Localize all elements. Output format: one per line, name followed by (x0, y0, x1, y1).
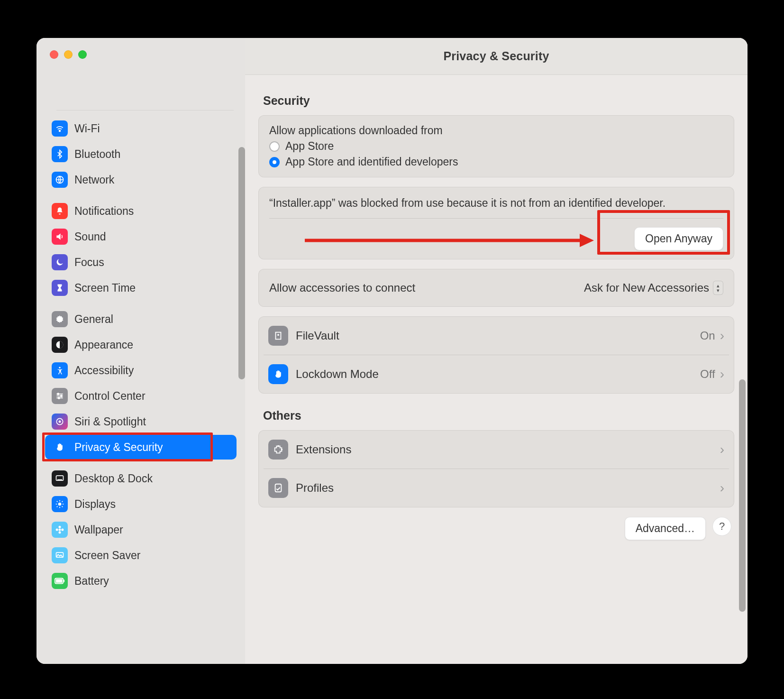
svg-point-9 (59, 421, 61, 423)
sidebar-item-label: Screen Time (74, 282, 136, 294)
sidebar-item-label: Notifications (74, 205, 134, 218)
siri-icon (52, 414, 68, 430)
filevault-row[interactable]: FileVault On › (259, 317, 734, 355)
sidebar-item-privacy-security[interactable]: Privacy & Security (45, 435, 237, 460)
close-window-button[interactable] (50, 50, 58, 59)
accessories-card: Allow accessories to connect Ask for New… (258, 269, 734, 307)
svg-point-5 (57, 393, 59, 395)
others-heading: Others (263, 409, 729, 423)
chevron-right-icon: › (720, 367, 724, 382)
sidebar-item-label: Wi-Fi (74, 122, 100, 135)
content-scrollbar[interactable] (739, 379, 746, 612)
traffic-lights (36, 38, 245, 72)
sidebar-item-label: Accessibility (74, 364, 134, 377)
sidebar-divider (56, 110, 234, 110)
others-card: Extensions › Profiles › (258, 430, 734, 507)
row-label: Extensions (296, 443, 720, 456)
blocked-app-card: “Installer.app” was blocked from use bec… (258, 187, 734, 259)
sidebar-item-label: General (74, 313, 113, 326)
row-label: FileVault (296, 329, 700, 342)
sidebar-item-siri-spotlight[interactable]: Siri & Spotlight (45, 409, 237, 434)
row-value: On (700, 329, 715, 342)
sidebar-item-screen-time[interactable]: Screen Time (45, 276, 237, 300)
sidebar-scrollbar[interactable] (238, 147, 245, 379)
profiles-row[interactable]: Profiles › (259, 469, 734, 507)
svg-point-4 (59, 367, 60, 368)
chevron-right-icon: › (720, 442, 724, 457)
screensaver-icon (52, 547, 68, 563)
radio-app-store[interactable]: App Store (269, 140, 723, 153)
accessories-row[interactable]: Allow accessories to connect Ask for New… (259, 269, 734, 306)
accessories-stepper-icon[interactable]: ▴▾ (713, 281, 723, 295)
row-label: Profiles (296, 481, 720, 495)
svg-point-13 (59, 529, 61, 531)
security-modes-card: FileVault On › Lockdown Mode Off › (258, 316, 734, 394)
open-anyway-button[interactable]: Open Anyway (634, 227, 723, 250)
sidebar-item-label: Sound (74, 230, 106, 243)
sidebar-list[interactable]: Wi-Fi Bluetooth Network (36, 115, 245, 664)
filevault-icon (268, 326, 288, 346)
sidebar-item-label: Displays (74, 498, 116, 511)
wifi-icon (52, 120, 68, 137)
moon-icon (52, 254, 68, 270)
radio-icon (269, 157, 280, 167)
allow-apps-card: Allow applications downloaded from App S… (258, 115, 734, 177)
sliders-icon (52, 388, 68, 404)
extensions-row[interactable]: Extensions › (259, 431, 734, 469)
sidebar-item-label: Battery (74, 575, 109, 588)
sidebar-item-label: Appearance (74, 339, 133, 351)
sidebar-item-battery[interactable]: Battery (45, 569, 237, 593)
annotation-arrow (300, 230, 594, 251)
gear-icon (52, 311, 68, 327)
flower-icon (52, 522, 68, 538)
dock-icon (52, 470, 68, 487)
sidebar-item-network[interactable]: Network (45, 167, 237, 192)
sidebar: Wi-Fi Bluetooth Network (36, 38, 245, 664)
sidebar-item-bluetooth[interactable]: Bluetooth (45, 142, 237, 166)
fullscreen-window-button[interactable] (78, 50, 87, 59)
bottom-bar: Advanced… ? (258, 517, 734, 540)
sidebar-item-screen-saver[interactable]: Screen Saver (45, 543, 237, 568)
chevron-right-icon: › (720, 328, 724, 343)
svg-rect-11 (57, 479, 62, 480)
svg-rect-27 (275, 484, 282, 492)
allow-apps-label: Allow applications downloaded from (269, 124, 723, 137)
radio-label: App Store and identified developers (285, 156, 458, 168)
sidebar-item-label: Wallpaper (74, 524, 123, 536)
security-heading: Security (263, 94, 729, 108)
sidebar-item-label: Network (74, 174, 114, 186)
content-area[interactable]: Security Allow applications downloaded f… (245, 75, 748, 664)
svg-marker-23 (580, 234, 594, 247)
sidebar-item-wifi[interactable]: Wi-Fi (45, 116, 237, 141)
minimize-window-button[interactable] (64, 50, 73, 59)
sidebar-item-general[interactable]: General (45, 307, 237, 331)
svg-point-7 (58, 397, 60, 399)
sidebar-item-wallpaper[interactable]: Wallpaper (45, 517, 237, 542)
svg-point-16 (56, 529, 58, 531)
accessibility-icon (52, 362, 68, 378)
row-label: Lockdown Mode (296, 368, 700, 381)
sidebar-item-focus[interactable]: Focus (45, 250, 237, 275)
battery-icon (52, 573, 68, 589)
radio-identified-developers[interactable]: App Store and identified developers (269, 156, 723, 168)
advanced-button[interactable]: Advanced… (625, 517, 706, 540)
sidebar-item-notifications[interactable]: Notifications (45, 199, 237, 223)
sidebar-item-sound[interactable]: Sound (45, 224, 237, 249)
hand-icon (52, 439, 68, 455)
sidebar-item-label: Control Center (74, 390, 146, 403)
system-settings-window: Wi-Fi Bluetooth Network (36, 38, 748, 664)
sidebar-item-desktop-dock[interactable]: Desktop & Dock (45, 466, 237, 491)
sidebar-item-appearance[interactable]: Appearance (45, 332, 237, 357)
sidebar-item-label: Screen Saver (74, 549, 140, 562)
accessories-value: Ask for New Accessories (584, 281, 709, 294)
svg-point-17 (61, 529, 64, 531)
lockdown-row[interactable]: Lockdown Mode Off › (259, 355, 734, 393)
sidebar-item-label: Bluetooth (74, 148, 120, 161)
speaker-icon (52, 229, 68, 245)
svg-point-0 (59, 130, 61, 132)
sidebar-item-accessibility[interactable]: Accessibility (45, 358, 237, 383)
help-button[interactable]: ? (712, 517, 731, 536)
sidebar-item-displays[interactable]: Displays (45, 492, 237, 516)
sidebar-item-control-center[interactable]: Control Center (45, 384, 237, 408)
svg-point-26 (281, 449, 283, 451)
